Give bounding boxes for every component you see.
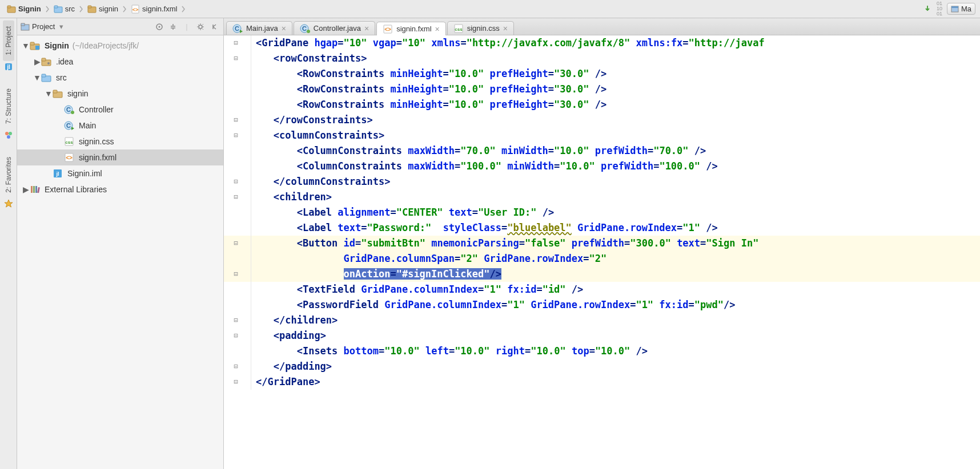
close-icon[interactable]: × — [364, 24, 369, 33]
gutter[interactable] — [224, 220, 251, 236]
gutter[interactable] — [224, 343, 251, 359]
hide-button[interactable] — [208, 21, 220, 33]
code-line[interactable]: <ColumnConstraints maxWidth="70.0" minWi… — [251, 143, 980, 159]
code-line[interactable]: </rowConstraints> — [251, 112, 980, 128]
code-line[interactable]: </children> — [251, 313, 980, 328]
download-icon[interactable] — [923, 5, 932, 14]
expand-icon[interactable]: ▼ — [22, 41, 30, 50]
editor-tab-signin-css[interactable]: csssignin.css× — [447, 21, 514, 35]
expand-icon[interactable]: ▶ — [22, 185, 30, 194]
tree-item-signin[interactable]: ▼signin — [17, 86, 223, 102]
editor-tab-signin-fxml[interactable]: <>signin.fxml× — [376, 22, 446, 35]
dropdown-arrow-icon[interactable]: ▾ — [59, 22, 63, 31]
fold-icon[interactable]: ⊟ — [234, 35, 241, 51]
fold-icon[interactable]: ⊟ — [234, 112, 241, 128]
fold-icon[interactable]: ⊟ — [234, 313, 241, 328]
code-line[interactable]: <Button id="submitBtn" mnemonicParsing="… — [251, 236, 980, 251]
code-line[interactable]: <RowConstraints minHeight="10.0" prefHei… — [251, 66, 980, 82]
gutter[interactable]: ⊟ — [224, 35, 251, 51]
gutter[interactable] — [224, 159, 251, 174]
code-line[interactable]: <GridPane hgap="10" vgap="10" xmlns="htt… — [251, 35, 980, 51]
project-tree[interactable]: ▼Signin(~/IdeaProjects/jfk/▶.idea▼src▼si… — [17, 35, 223, 200]
code-line[interactable]: <columnConstraints> — [251, 128, 980, 143]
tree-item-external-libraries[interactable]: ▶External Libraries — [17, 181, 223, 197]
svg-point-19 — [199, 25, 202, 29]
code-line[interactable]: <rowConstraints> — [251, 51, 980, 66]
collapse-all-button[interactable] — [167, 21, 179, 33]
fold-icon[interactable]: ⊟ — [234, 236, 241, 251]
code-editor[interactable]: ⊟<GridPane hgap="10" vgap="10" xmlns="ht… — [224, 35, 980, 469]
code-line[interactable]: </GridPane> — [251, 374, 980, 390]
code-line[interactable]: <RowConstraints minHeight="10.0" prefHei… — [251, 97, 980, 112]
gutter[interactable]: ⊟ — [224, 189, 251, 205]
expand-icon[interactable]: ▶ — [33, 57, 41, 66]
gutter[interactable] — [224, 282, 251, 297]
expand-icon[interactable]: ▼ — [45, 89, 53, 98]
tree-item-signin[interactable]: ▼Signin(~/IdeaProjects/jfk/ — [17, 38, 223, 54]
gutter[interactable] — [224, 251, 251, 266]
code-line[interactable]: <ColumnConstraints maxWidth="100.0" minW… — [251, 159, 980, 174]
fold-icon[interactable]: ⊟ — [234, 359, 241, 374]
code-line[interactable]: GridPane.columnSpan="2" GridPane.rowInde… — [251, 251, 980, 266]
sidebar-tab-project[interactable]: 1: Project — [3, 21, 14, 61]
gutter[interactable]: ⊟ — [224, 51, 251, 66]
code-line[interactable]: <Label alignment="CENTER" text="User ID:… — [251, 205, 980, 220]
gutter[interactable] — [224, 97, 251, 112]
code-line[interactable]: <RowConstraints minHeight="10.0" prefHei… — [251, 82, 980, 97]
gutter[interactable]: ⊟ — [224, 236, 251, 251]
editor-tab-controller-java[interactable]: CController.java× — [294, 21, 375, 35]
breadcrumb-file[interactable]: <> signin.fxml — [128, 3, 179, 15]
sidebar-tab-structure[interactable]: 7: Structure — [3, 83, 14, 130]
code-line[interactable]: <TextField GridPane.columnIndex="1" fx:i… — [251, 282, 980, 297]
tree-item-controller[interactable]: CController — [17, 102, 223, 118]
close-icon[interactable]: × — [435, 25, 440, 34]
editor-tab-main-java[interactable]: CMain.java× — [226, 21, 292, 35]
gutter[interactable]: ⊟ — [224, 266, 251, 282]
code-line[interactable]: <Label text="Password:" styleClass="blue… — [251, 220, 980, 236]
tree-item-main[interactable]: CMain — [17, 118, 223, 134]
tree-item-src[interactable]: ▼src — [17, 70, 223, 86]
close-icon[interactable]: × — [503, 24, 508, 33]
breadcrumb-signin[interactable]: Signin — [5, 3, 43, 15]
code-line[interactable]: <Insets bottom="10.0" left="10.0" right=… — [251, 343, 980, 359]
tree-item-signin-iml[interactable]: jlSignin.iml — [17, 165, 223, 181]
gutter[interactable] — [224, 297, 251, 313]
gutter[interactable]: ⊟ — [224, 359, 251, 374]
code-line[interactable]: </columnConstraints> — [251, 174, 980, 189]
fold-icon[interactable]: ⊟ — [234, 328, 241, 343]
folder-icon — [54, 5, 63, 14]
tree-item-signin-fxml[interactable]: <>signin.fxml — [17, 149, 223, 165]
gutter[interactable] — [224, 143, 251, 159]
fold-icon[interactable]: ⊟ — [234, 374, 241, 390]
fold-icon[interactable]: ⊟ — [234, 128, 241, 143]
project-header-title[interactable]: Project — [32, 22, 55, 31]
tree-item-signin-css[interactable]: csssignin.css — [17, 134, 223, 149]
gear-icon[interactable] — [195, 21, 206, 33]
code-line[interactable]: <PasswordField GridPane.columnIndex="1" … — [251, 297, 980, 313]
close-icon[interactable]: × — [282, 24, 286, 33]
breadcrumb-src[interactable]: src — [51, 3, 77, 15]
gutter[interactable]: ⊟ — [224, 112, 251, 128]
code-line[interactable]: <children> — [251, 189, 980, 205]
locate-button[interactable] — [154, 21, 165, 33]
gutter[interactable]: ⊟ — [224, 328, 251, 343]
gutter[interactable]: ⊟ — [224, 374, 251, 390]
gutter[interactable] — [224, 66, 251, 82]
expand-icon[interactable]: ▼ — [33, 73, 41, 82]
fold-icon[interactable]: ⊟ — [234, 174, 241, 189]
tree-item--idea[interactable]: ▶.idea — [17, 54, 223, 70]
gutter[interactable]: ⊟ — [224, 313, 251, 328]
code-line[interactable]: </padding> — [251, 359, 980, 374]
code-line[interactable]: <padding> — [251, 328, 980, 343]
gutter[interactable] — [224, 205, 251, 220]
breadcrumb-signin-pkg[interactable]: signin — [85, 3, 121, 15]
fold-icon[interactable]: ⊟ — [234, 51, 241, 66]
gutter[interactable]: ⊟ — [224, 128, 251, 143]
gutter[interactable]: ⊟ — [224, 174, 251, 189]
code-line[interactable]: onAction="#signInClicked"/> — [251, 266, 980, 282]
fold-icon[interactable]: ⊟ — [234, 189, 241, 205]
sidebar-tab-favorites[interactable]: 2: Favorites — [3, 151, 14, 199]
fold-icon[interactable]: ⊟ — [234, 266, 241, 282]
gutter[interactable] — [224, 82, 251, 97]
make-button[interactable]: Ma — [947, 3, 975, 15]
